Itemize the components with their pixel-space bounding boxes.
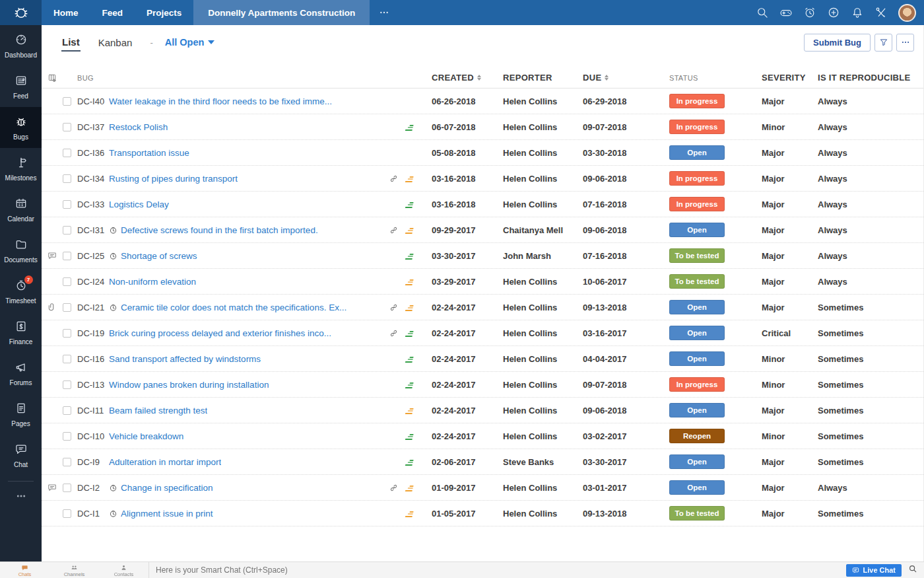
status-badge[interactable]: In progress [669, 171, 725, 186]
tools-icon[interactable] [874, 6, 888, 19]
column-header-due[interactable]: DUE [583, 73, 669, 83]
bug-title-link[interactable]: Brick curing process delayed and exterio… [109, 328, 331, 338]
column-header-bug[interactable]: BUG [77, 74, 94, 82]
row-checkbox[interactable] [63, 355, 71, 363]
bug-title-link[interactable]: Logistics Delay [109, 199, 169, 209]
bug-title-link[interactable]: Window panes broken during installation [109, 380, 269, 390]
sidebar-item-forums[interactable]: Forums [0, 353, 42, 394]
filter-button[interactable] [874, 34, 892, 52]
active-project-tab[interactable]: Donnelly Apartments Construction [193, 0, 370, 25]
status-badge[interactable]: Open [669, 403, 725, 417]
status-badge[interactable]: To be tested [669, 506, 725, 521]
status-badge[interactable]: In progress [669, 94, 725, 108]
sidebar-more-icon[interactable] [0, 482, 42, 511]
sidebar-item-milestones[interactable]: Milestones [0, 148, 42, 189]
column-header-reproducible[interactable]: IS IT REPRODUCIBLE [818, 73, 923, 83]
row-checkbox[interactable] [63, 329, 71, 338]
row-checkbox[interactable] [63, 458, 71, 466]
row-checkbox[interactable] [63, 200, 71, 209]
row-checkbox[interactable] [63, 97, 71, 106]
bug-title-link[interactable]: Defective screws found in the first batc… [121, 225, 318, 235]
nav-item-projects[interactable]: Projects [135, 0, 193, 25]
live-chat-button[interactable]: Live Chat [846, 564, 902, 577]
chat-search-icon[interactable] [908, 564, 917, 576]
row-checkbox[interactable] [63, 509, 71, 518]
row-checkbox[interactable] [63, 123, 71, 131]
sidebar-item-pages[interactable]: Pages [0, 394, 42, 435]
search-icon[interactable] [756, 6, 769, 19]
sidebar-item-timesheet[interactable]: 7 Timesheet [0, 271, 42, 312]
manage-columns-button[interactable] [42, 73, 63, 83]
smart-chat-input[interactable] [156, 565, 846, 575]
status-badge[interactable]: Open [669, 351, 725, 366]
chat-tab-chats[interactable]: Chats [0, 563, 50, 577]
column-header-created[interactable]: CREATED [432, 73, 503, 83]
status-badge[interactable]: In progress [669, 377, 725, 392]
bug-title-link[interactable]: Sand transport affected by windstorms [109, 354, 261, 364]
status-badge[interactable]: Open [669, 480, 725, 495]
sidebar-item-bugs[interactable]: Bugs [0, 107, 42, 148]
notifications-bell-icon[interactable] [851, 6, 864, 19]
row-checkbox[interactable] [63, 484, 71, 492]
bug-title-link[interactable]: Alignment issue in print [121, 509, 213, 519]
status-badge[interactable]: Open [669, 326, 725, 340]
row-checkbox[interactable] [63, 406, 71, 415]
sidebar-item-documents[interactable]: Documents [0, 230, 42, 271]
row-checkbox[interactable] [63, 252, 71, 260]
bug-title-link[interactable]: Rusting of pipes during transport [109, 174, 238, 184]
app-logo[interactable] [0, 0, 42, 25]
row-checkbox[interactable] [63, 174, 71, 183]
status-filter-dropdown[interactable]: All Open [165, 37, 215, 48]
row-checkbox[interactable] [63, 277, 71, 286]
sidebar-item-finance[interactable]: Finance [0, 312, 42, 353]
user-avatar[interactable] [898, 4, 916, 22]
bug-title-link[interactable]: Restock Polish [109, 122, 168, 132]
sidebar-item-dashboard[interactable]: Dashboard [0, 25, 42, 66]
game-controller-icon[interactable] [779, 6, 793, 19]
status-badge[interactable]: Open [669, 145, 725, 160]
nav-item-feed[interactable]: Feed [90, 0, 135, 25]
more-options-button[interactable] [896, 34, 914, 52]
submit-bug-button[interactable]: Submit Bug [804, 34, 871, 52]
chat-tab-contacts[interactable]: Contacts [99, 563, 148, 577]
bug-title-link[interactable]: Change in specification [121, 483, 213, 493]
bug-title-link[interactable]: Water leakage in the third floor needs t… [109, 96, 332, 106]
chat-tab-channels[interactable]: Channels [50, 563, 99, 577]
reminder-clock-icon[interactable] [803, 6, 816, 19]
status-badge[interactable]: Open [669, 454, 725, 469]
row-checkbox[interactable] [63, 149, 71, 157]
bug-title-link[interactable]: Vehicle breakdown [109, 431, 183, 441]
column-header-status[interactable]: STATUS [669, 74, 762, 82]
row-gutter[interactable] [42, 303, 63, 312]
column-header-reporter[interactable]: REPORTER [503, 73, 583, 83]
status-badge[interactable]: Reopen [669, 429, 725, 443]
tab-list[interactable]: List [61, 34, 81, 52]
nav-more-icon[interactable] [370, 0, 399, 25]
bug-title-link[interactable]: Non-uniform elevation [109, 277, 196, 287]
status-badge[interactable]: Open [669, 223, 725, 237]
row-checkbox[interactable] [63, 432, 71, 441]
nav-item-home[interactable]: Home [42, 0, 90, 25]
ellipsis-icon [901, 38, 910, 47]
row-checkbox[interactable] [63, 380, 71, 389]
row-gutter[interactable] [42, 251, 63, 260]
status-badge[interactable]: To be tested [669, 248, 725, 263]
row-gutter[interactable] [42, 483, 63, 492]
row-checkbox[interactable] [63, 226, 71, 235]
status-badge[interactable]: To be tested [669, 274, 725, 289]
status-badge[interactable]: Open [669, 300, 725, 314]
bug-title-link[interactable]: Ceramic tile color does not match the sp… [121, 303, 346, 312]
status-badge[interactable]: In progress [669, 120, 725, 134]
status-badge[interactable]: In progress [669, 197, 725, 211]
bug-title-link[interactable]: Adulteration in mortar import [109, 457, 221, 467]
column-header-severity[interactable]: SEVERITY [762, 73, 818, 83]
sidebar-item-chat[interactable]: Chat [0, 435, 42, 476]
bug-title-link[interactable]: Transportation issue [109, 148, 189, 158]
add-new-icon[interactable] [827, 6, 840, 19]
bug-title-link[interactable]: Shortage of screws [121, 251, 197, 261]
sidebar-item-calendar[interactable]: Calendar [0, 189, 42, 230]
sidebar-item-feed[interactable]: Feed [0, 66, 42, 107]
row-checkbox[interactable] [63, 303, 71, 312]
bug-title-link[interactable]: Beam failed strength test [109, 406, 207, 415]
tab-kanban[interactable]: Kanban [98, 34, 133, 51]
